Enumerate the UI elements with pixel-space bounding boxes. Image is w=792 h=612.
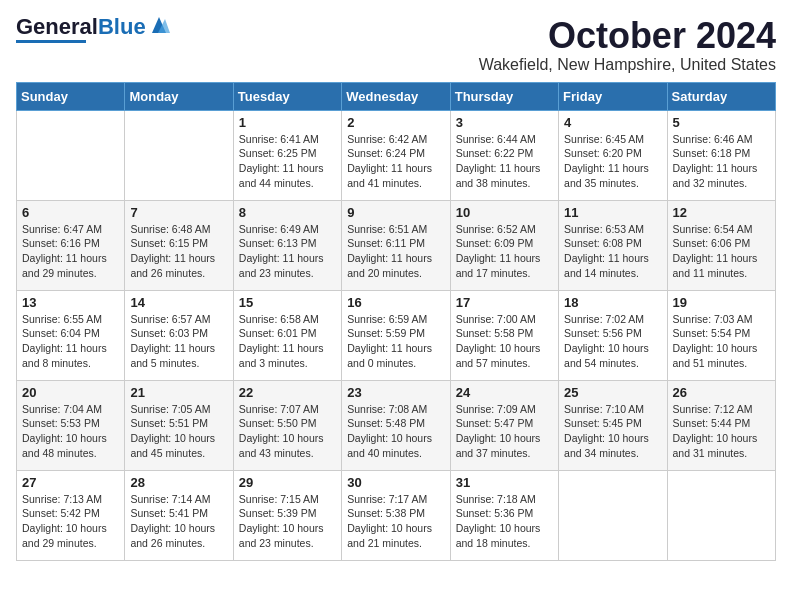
calendar-week-row: 6Sunrise: 6:47 AMSunset: 6:16 PMDaylight… (17, 200, 776, 290)
calendar-cell (125, 110, 233, 200)
calendar-cell (559, 470, 667, 560)
calendar-cell: 2Sunrise: 6:42 AMSunset: 6:24 PMDaylight… (342, 110, 450, 200)
day-info: Sunrise: 6:49 AMSunset: 6:13 PMDaylight:… (239, 222, 336, 281)
day-info: Sunrise: 6:46 AMSunset: 6:18 PMDaylight:… (673, 132, 770, 191)
day-info: Sunrise: 6:48 AMSunset: 6:15 PMDaylight:… (130, 222, 227, 281)
day-info: Sunrise: 6:57 AMSunset: 6:03 PMDaylight:… (130, 312, 227, 371)
calendar-cell: 15Sunrise: 6:58 AMSunset: 6:01 PMDayligh… (233, 290, 341, 380)
day-info: Sunrise: 6:55 AMSunset: 6:04 PMDaylight:… (22, 312, 119, 371)
day-number: 19 (673, 295, 770, 310)
calendar-cell: 26Sunrise: 7:12 AMSunset: 5:44 PMDayligh… (667, 380, 775, 470)
calendar-cell: 12Sunrise: 6:54 AMSunset: 6:06 PMDayligh… (667, 200, 775, 290)
calendar-cell: 10Sunrise: 6:52 AMSunset: 6:09 PMDayligh… (450, 200, 558, 290)
calendar-cell: 28Sunrise: 7:14 AMSunset: 5:41 PMDayligh… (125, 470, 233, 560)
day-info: Sunrise: 7:12 AMSunset: 5:44 PMDaylight:… (673, 402, 770, 461)
weekday-header: Sunday (17, 82, 125, 110)
day-number: 11 (564, 205, 661, 220)
day-info: Sunrise: 7:10 AMSunset: 5:45 PMDaylight:… (564, 402, 661, 461)
day-number: 20 (22, 385, 119, 400)
calendar-cell: 13Sunrise: 6:55 AMSunset: 6:04 PMDayligh… (17, 290, 125, 380)
weekday-header: Wednesday (342, 82, 450, 110)
calendar-cell: 24Sunrise: 7:09 AMSunset: 5:47 PMDayligh… (450, 380, 558, 470)
day-number: 23 (347, 385, 444, 400)
day-number: 1 (239, 115, 336, 130)
day-number: 18 (564, 295, 661, 310)
day-info: Sunrise: 7:00 AMSunset: 5:58 PMDaylight:… (456, 312, 553, 371)
calendar-cell: 19Sunrise: 7:03 AMSunset: 5:54 PMDayligh… (667, 290, 775, 380)
calendar-cell: 16Sunrise: 6:59 AMSunset: 5:59 PMDayligh… (342, 290, 450, 380)
day-info: Sunrise: 6:42 AMSunset: 6:24 PMDaylight:… (347, 132, 444, 191)
day-number: 9 (347, 205, 444, 220)
calendar-week-row: 1Sunrise: 6:41 AMSunset: 6:25 PMDaylight… (17, 110, 776, 200)
weekday-header: Tuesday (233, 82, 341, 110)
day-info: Sunrise: 6:58 AMSunset: 6:01 PMDaylight:… (239, 312, 336, 371)
weekday-header: Friday (559, 82, 667, 110)
day-info: Sunrise: 6:59 AMSunset: 5:59 PMDaylight:… (347, 312, 444, 371)
calendar-week-row: 20Sunrise: 7:04 AMSunset: 5:53 PMDayligh… (17, 380, 776, 470)
calendar-cell: 3Sunrise: 6:44 AMSunset: 6:22 PMDaylight… (450, 110, 558, 200)
calendar-cell: 27Sunrise: 7:13 AMSunset: 5:42 PMDayligh… (17, 470, 125, 560)
calendar-cell: 25Sunrise: 7:10 AMSunset: 5:45 PMDayligh… (559, 380, 667, 470)
day-number: 7 (130, 205, 227, 220)
day-number: 24 (456, 385, 553, 400)
calendar-cell: 9Sunrise: 6:51 AMSunset: 6:11 PMDaylight… (342, 200, 450, 290)
day-info: Sunrise: 7:03 AMSunset: 5:54 PMDaylight:… (673, 312, 770, 371)
page-header: GeneralBlue October 2024 Wakefield, New … (16, 16, 776, 74)
day-info: Sunrise: 7:07 AMSunset: 5:50 PMDaylight:… (239, 402, 336, 461)
day-number: 28 (130, 475, 227, 490)
calendar-cell: 7Sunrise: 6:48 AMSunset: 6:15 PMDaylight… (125, 200, 233, 290)
calendar-week-row: 13Sunrise: 6:55 AMSunset: 6:04 PMDayligh… (17, 290, 776, 380)
day-number: 25 (564, 385, 661, 400)
calendar-cell: 22Sunrise: 7:07 AMSunset: 5:50 PMDayligh… (233, 380, 341, 470)
calendar-table: SundayMondayTuesdayWednesdayThursdayFrid… (16, 82, 776, 561)
day-info: Sunrise: 7:05 AMSunset: 5:51 PMDaylight:… (130, 402, 227, 461)
day-info: Sunrise: 6:45 AMSunset: 6:20 PMDaylight:… (564, 132, 661, 191)
title-block: October 2024 Wakefield, New Hampshire, U… (479, 16, 776, 74)
calendar-cell: 17Sunrise: 7:00 AMSunset: 5:58 PMDayligh… (450, 290, 558, 380)
calendar-cell: 6Sunrise: 6:47 AMSunset: 6:16 PMDaylight… (17, 200, 125, 290)
day-number: 21 (130, 385, 227, 400)
day-info: Sunrise: 6:47 AMSunset: 6:16 PMDaylight:… (22, 222, 119, 281)
day-number: 17 (456, 295, 553, 310)
calendar-cell (17, 110, 125, 200)
day-number: 22 (239, 385, 336, 400)
calendar-cell: 23Sunrise: 7:08 AMSunset: 5:48 PMDayligh… (342, 380, 450, 470)
day-number: 8 (239, 205, 336, 220)
day-info: Sunrise: 7:14 AMSunset: 5:41 PMDaylight:… (130, 492, 227, 551)
logo-blue: Blue (98, 14, 146, 39)
day-number: 2 (347, 115, 444, 130)
weekday-header: Saturday (667, 82, 775, 110)
day-number: 30 (347, 475, 444, 490)
day-number: 31 (456, 475, 553, 490)
day-info: Sunrise: 7:04 AMSunset: 5:53 PMDaylight:… (22, 402, 119, 461)
day-number: 6 (22, 205, 119, 220)
calendar-cell: 1Sunrise: 6:41 AMSunset: 6:25 PMDaylight… (233, 110, 341, 200)
calendar-cell: 20Sunrise: 7:04 AMSunset: 5:53 PMDayligh… (17, 380, 125, 470)
calendar-cell: 14Sunrise: 6:57 AMSunset: 6:03 PMDayligh… (125, 290, 233, 380)
weekday-header: Thursday (450, 82, 558, 110)
day-info: Sunrise: 7:18 AMSunset: 5:36 PMDaylight:… (456, 492, 553, 551)
day-number: 27 (22, 475, 119, 490)
logo-icon (148, 15, 170, 35)
day-number: 29 (239, 475, 336, 490)
day-number: 14 (130, 295, 227, 310)
calendar-cell: 8Sunrise: 6:49 AMSunset: 6:13 PMDaylight… (233, 200, 341, 290)
day-info: Sunrise: 6:54 AMSunset: 6:06 PMDaylight:… (673, 222, 770, 281)
day-info: Sunrise: 7:09 AMSunset: 5:47 PMDaylight:… (456, 402, 553, 461)
day-number: 3 (456, 115, 553, 130)
calendar-cell: 21Sunrise: 7:05 AMSunset: 5:51 PMDayligh… (125, 380, 233, 470)
day-number: 4 (564, 115, 661, 130)
day-number: 10 (456, 205, 553, 220)
day-number: 12 (673, 205, 770, 220)
calendar-cell (667, 470, 775, 560)
calendar-header-row: SundayMondayTuesdayWednesdayThursdayFrid… (17, 82, 776, 110)
location: Wakefield, New Hampshire, United States (479, 56, 776, 74)
logo: GeneralBlue (16, 16, 170, 43)
calendar-cell: 11Sunrise: 6:53 AMSunset: 6:08 PMDayligh… (559, 200, 667, 290)
day-number: 16 (347, 295, 444, 310)
calendar-cell: 5Sunrise: 6:46 AMSunset: 6:18 PMDaylight… (667, 110, 775, 200)
day-info: Sunrise: 7:15 AMSunset: 5:39 PMDaylight:… (239, 492, 336, 551)
logo-line (16, 40, 86, 43)
calendar-cell: 4Sunrise: 6:45 AMSunset: 6:20 PMDaylight… (559, 110, 667, 200)
logo-text: GeneralBlue (16, 16, 146, 38)
